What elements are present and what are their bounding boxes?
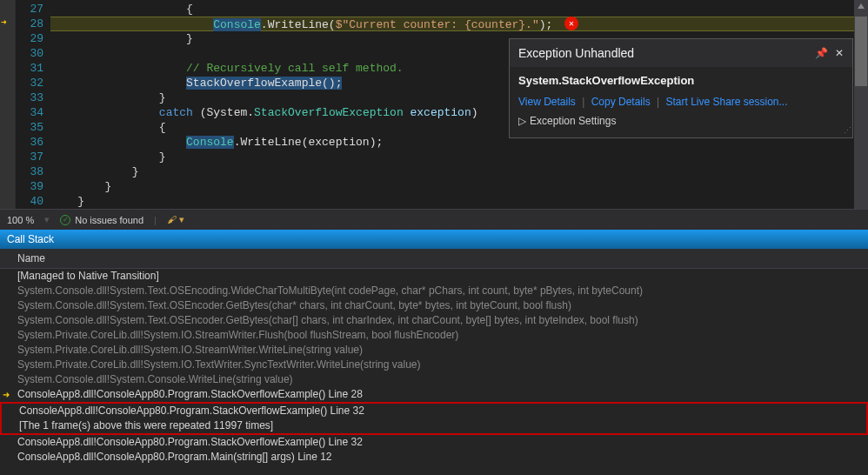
brush-icon[interactable]: 🖌 ▾ xyxy=(167,214,184,225)
error-icon[interactable]: ✕ xyxy=(564,17,578,30)
callstack-row[interactable]: System.Console.dll!System.Text.OSEncodin… xyxy=(0,284,868,298)
callstack-rows: [Managed to Native Transition] System.Co… xyxy=(0,269,868,465)
callstack-row[interactable]: System.Console.dll!System.Text.OSEncoder… xyxy=(0,313,868,328)
callstack-row[interactable]: ConsoleApp8.dll!ConsoleApp80.Program.Mai… xyxy=(0,450,868,465)
code-line[interactable]: } xyxy=(50,164,868,179)
chevron-right-icon: ▷ xyxy=(518,115,526,127)
highlighted-frames: ConsoleApp8.dll!ConsoleApp80.Program.Sta… xyxy=(0,402,868,435)
callstack-row-current[interactable]: ➜ConsoleApp8.dll!ConsoleApp80.Program.St… xyxy=(0,387,868,402)
pin-icon[interactable]: 📌 xyxy=(815,47,828,59)
line-numbers: 27 28 29 30 31 32 33 34 35 36 37 38 39 4… xyxy=(16,0,50,209)
callstack-panel: Call Stack Name [Managed to Native Trans… xyxy=(0,230,868,475)
callstack-row[interactable]: System.Private.CoreLib.dll!System.IO.Str… xyxy=(0,343,868,358)
callstack-row[interactable]: [Managed to Native Transition] xyxy=(0,269,868,284)
resize-handle-icon[interactable]: ⋰ xyxy=(844,126,850,135)
close-icon[interactable]: ✕ xyxy=(835,47,844,59)
exception-name: System.StackOverflowException xyxy=(518,74,844,87)
vertical-scrollbar[interactable] xyxy=(854,0,868,209)
popup-header: Exception Unhandled 📌 ✕ xyxy=(510,39,852,67)
code-line-current[interactable]: Console.WriteLine($"Current counter: {co… xyxy=(50,17,868,31)
check-icon: ✓ xyxy=(60,215,70,225)
live-share-link[interactable]: Start Live Share session... xyxy=(665,96,787,108)
popup-title: Exception Unhandled xyxy=(518,46,634,60)
callstack-row[interactable]: System.Private.CoreLib.dll!System.IO.Str… xyxy=(0,328,868,343)
scrollbar-thumb[interactable] xyxy=(855,17,867,86)
exception-popup: Exception Unhandled 📌 ✕ System.StackOver… xyxy=(509,38,853,138)
view-details-link[interactable]: View Details xyxy=(518,96,576,108)
callstack-row[interactable]: ConsoleApp8.dll!ConsoleApp80.Program.Sta… xyxy=(0,435,868,450)
callstack-row[interactable]: System.Private.CoreLib.dll!System.IO.Tex… xyxy=(0,358,868,372)
zoom-level[interactable]: 100 % xyxy=(7,215,34,225)
callstack-row[interactable]: System.Console.dll!System.Text.OSEncoder… xyxy=(0,298,868,313)
code-line[interactable]: } xyxy=(50,150,868,164)
code-line[interactable]: { xyxy=(50,2,868,17)
exception-settings[interactable]: ▷ Exception Settings xyxy=(518,115,844,127)
status-bar: 100 % ▾ ✓ No issues found | 🖌 ▾ xyxy=(0,209,868,230)
issues-status[interactable]: ✓ No issues found xyxy=(60,215,144,225)
callstack-row[interactable]: ConsoleApp8.dll!ConsoleApp80.Program.Sta… xyxy=(2,404,866,418)
callstack-header-name[interactable]: Name xyxy=(0,249,868,269)
callstack-row[interactable]: System.Console.dll!System.Console.WriteL… xyxy=(0,372,868,387)
callstack-title[interactable]: Call Stack xyxy=(0,230,868,249)
code-line[interactable]: } xyxy=(50,194,868,209)
callstack-row-repeat[interactable]: [The 1 frame(s) above this were repeated… xyxy=(2,418,866,433)
gutter: ➜ xyxy=(0,0,16,209)
copy-details-link[interactable]: Copy Details xyxy=(591,96,651,108)
execution-pointer-icon: ➜ xyxy=(1,17,7,28)
current-frame-arrow-icon: ➜ xyxy=(3,388,10,401)
code-line[interactable]: } xyxy=(50,179,868,194)
